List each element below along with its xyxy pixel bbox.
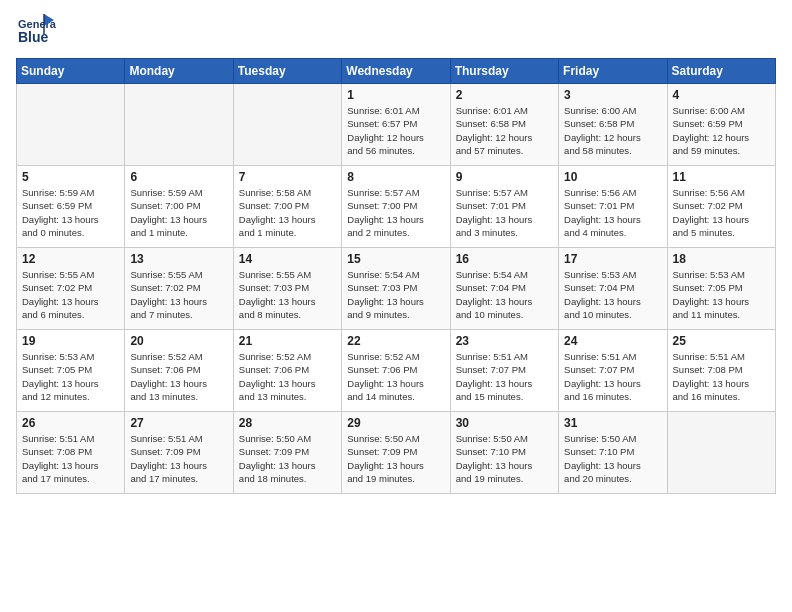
calendar-cell: 22Sunrise: 5:52 AM Sunset: 7:06 PM Dayli… [342, 330, 450, 412]
week-row-5: 26Sunrise: 5:51 AM Sunset: 7:08 PM Dayli… [17, 412, 776, 494]
calendar-cell: 17Sunrise: 5:53 AM Sunset: 7:04 PM Dayli… [559, 248, 667, 330]
header: General Blue [16, 12, 776, 48]
calendar-cell: 29Sunrise: 5:50 AM Sunset: 7:09 PM Dayli… [342, 412, 450, 494]
calendar-table: SundayMondayTuesdayWednesdayThursdayFrid… [16, 58, 776, 494]
day-number: 21 [239, 334, 336, 348]
calendar-cell: 15Sunrise: 5:54 AM Sunset: 7:03 PM Dayli… [342, 248, 450, 330]
day-number: 18 [673, 252, 770, 266]
day-info: Sunrise: 5:51 AM Sunset: 7:08 PM Dayligh… [22, 432, 119, 485]
day-number: 11 [673, 170, 770, 184]
day-number: 9 [456, 170, 553, 184]
day-info: Sunrise: 5:54 AM Sunset: 7:04 PM Dayligh… [456, 268, 553, 321]
day-number: 16 [456, 252, 553, 266]
day-number: 25 [673, 334, 770, 348]
weekday-header-saturday: Saturday [667, 59, 775, 84]
day-info: Sunrise: 6:00 AM Sunset: 6:59 PM Dayligh… [673, 104, 770, 157]
day-number: 3 [564, 88, 661, 102]
day-number: 6 [130, 170, 227, 184]
day-info: Sunrise: 5:51 AM Sunset: 7:08 PM Dayligh… [673, 350, 770, 403]
day-info: Sunrise: 5:56 AM Sunset: 7:02 PM Dayligh… [673, 186, 770, 239]
day-info: Sunrise: 6:01 AM Sunset: 6:57 PM Dayligh… [347, 104, 444, 157]
day-number: 7 [239, 170, 336, 184]
calendar-cell: 19Sunrise: 5:53 AM Sunset: 7:05 PM Dayli… [17, 330, 125, 412]
calendar-cell: 28Sunrise: 5:50 AM Sunset: 7:09 PM Dayli… [233, 412, 341, 494]
day-info: Sunrise: 6:00 AM Sunset: 6:58 PM Dayligh… [564, 104, 661, 157]
day-info: Sunrise: 5:57 AM Sunset: 7:01 PM Dayligh… [456, 186, 553, 239]
week-row-3: 12Sunrise: 5:55 AM Sunset: 7:02 PM Dayli… [17, 248, 776, 330]
day-number: 2 [456, 88, 553, 102]
calendar-cell: 2Sunrise: 6:01 AM Sunset: 6:58 PM Daylig… [450, 84, 558, 166]
day-number: 8 [347, 170, 444, 184]
day-info: Sunrise: 5:53 AM Sunset: 7:05 PM Dayligh… [22, 350, 119, 403]
day-number: 17 [564, 252, 661, 266]
day-info: Sunrise: 6:01 AM Sunset: 6:58 PM Dayligh… [456, 104, 553, 157]
logo-icon: General Blue [16, 12, 56, 48]
day-number: 12 [22, 252, 119, 266]
day-info: Sunrise: 5:54 AM Sunset: 7:03 PM Dayligh… [347, 268, 444, 321]
calendar-cell: 1Sunrise: 6:01 AM Sunset: 6:57 PM Daylig… [342, 84, 450, 166]
day-number: 15 [347, 252, 444, 266]
day-number: 31 [564, 416, 661, 430]
calendar-cell: 9Sunrise: 5:57 AM Sunset: 7:01 PM Daylig… [450, 166, 558, 248]
week-row-4: 19Sunrise: 5:53 AM Sunset: 7:05 PM Dayli… [17, 330, 776, 412]
day-info: Sunrise: 5:50 AM Sunset: 7:09 PM Dayligh… [239, 432, 336, 485]
calendar-cell: 11Sunrise: 5:56 AM Sunset: 7:02 PM Dayli… [667, 166, 775, 248]
day-number: 28 [239, 416, 336, 430]
day-info: Sunrise: 5:50 AM Sunset: 7:10 PM Dayligh… [564, 432, 661, 485]
day-info: Sunrise: 5:59 AM Sunset: 7:00 PM Dayligh… [130, 186, 227, 239]
calendar-cell: 23Sunrise: 5:51 AM Sunset: 7:07 PM Dayli… [450, 330, 558, 412]
calendar-cell [17, 84, 125, 166]
calendar-cell [233, 84, 341, 166]
day-number: 22 [347, 334, 444, 348]
day-info: Sunrise: 5:57 AM Sunset: 7:00 PM Dayligh… [347, 186, 444, 239]
day-number: 5 [22, 170, 119, 184]
day-number: 29 [347, 416, 444, 430]
day-info: Sunrise: 5:52 AM Sunset: 7:06 PM Dayligh… [239, 350, 336, 403]
day-number: 13 [130, 252, 227, 266]
day-info: Sunrise: 5:51 AM Sunset: 7:07 PM Dayligh… [564, 350, 661, 403]
calendar-cell: 14Sunrise: 5:55 AM Sunset: 7:03 PM Dayli… [233, 248, 341, 330]
weekday-header-row: SundayMondayTuesdayWednesdayThursdayFrid… [17, 59, 776, 84]
day-info: Sunrise: 5:51 AM Sunset: 7:07 PM Dayligh… [456, 350, 553, 403]
day-info: Sunrise: 5:55 AM Sunset: 7:02 PM Dayligh… [130, 268, 227, 321]
day-info: Sunrise: 5:52 AM Sunset: 7:06 PM Dayligh… [130, 350, 227, 403]
day-info: Sunrise: 5:56 AM Sunset: 7:01 PM Dayligh… [564, 186, 661, 239]
calendar-cell: 4Sunrise: 6:00 AM Sunset: 6:59 PM Daylig… [667, 84, 775, 166]
page-container: General Blue SundayMondayTuesdayWednesda… [0, 0, 792, 502]
calendar-cell: 25Sunrise: 5:51 AM Sunset: 7:08 PM Dayli… [667, 330, 775, 412]
calendar-cell: 7Sunrise: 5:58 AM Sunset: 7:00 PM Daylig… [233, 166, 341, 248]
day-number: 26 [22, 416, 119, 430]
day-number: 1 [347, 88, 444, 102]
calendar-cell: 6Sunrise: 5:59 AM Sunset: 7:00 PM Daylig… [125, 166, 233, 248]
day-info: Sunrise: 5:53 AM Sunset: 7:04 PM Dayligh… [564, 268, 661, 321]
day-number: 10 [564, 170, 661, 184]
calendar-cell: 31Sunrise: 5:50 AM Sunset: 7:10 PM Dayli… [559, 412, 667, 494]
calendar-cell: 3Sunrise: 6:00 AM Sunset: 6:58 PM Daylig… [559, 84, 667, 166]
day-number: 14 [239, 252, 336, 266]
calendar-cell: 18Sunrise: 5:53 AM Sunset: 7:05 PM Dayli… [667, 248, 775, 330]
calendar-cell: 5Sunrise: 5:59 AM Sunset: 6:59 PM Daylig… [17, 166, 125, 248]
day-number: 23 [456, 334, 553, 348]
calendar-cell: 24Sunrise: 5:51 AM Sunset: 7:07 PM Dayli… [559, 330, 667, 412]
day-info: Sunrise: 5:52 AM Sunset: 7:06 PM Dayligh… [347, 350, 444, 403]
day-number: 4 [673, 88, 770, 102]
day-number: 27 [130, 416, 227, 430]
day-number: 19 [22, 334, 119, 348]
day-info: Sunrise: 5:53 AM Sunset: 7:05 PM Dayligh… [673, 268, 770, 321]
week-row-2: 5Sunrise: 5:59 AM Sunset: 6:59 PM Daylig… [17, 166, 776, 248]
calendar-cell: 27Sunrise: 5:51 AM Sunset: 7:09 PM Dayli… [125, 412, 233, 494]
calendar-cell: 13Sunrise: 5:55 AM Sunset: 7:02 PM Dayli… [125, 248, 233, 330]
calendar-cell: 8Sunrise: 5:57 AM Sunset: 7:00 PM Daylig… [342, 166, 450, 248]
day-number: 30 [456, 416, 553, 430]
day-info: Sunrise: 5:55 AM Sunset: 7:03 PM Dayligh… [239, 268, 336, 321]
day-info: Sunrise: 5:50 AM Sunset: 7:09 PM Dayligh… [347, 432, 444, 485]
calendar-cell: 26Sunrise: 5:51 AM Sunset: 7:08 PM Dayli… [17, 412, 125, 494]
weekday-header-sunday: Sunday [17, 59, 125, 84]
day-number: 20 [130, 334, 227, 348]
day-number: 24 [564, 334, 661, 348]
calendar-cell: 10Sunrise: 5:56 AM Sunset: 7:01 PM Dayli… [559, 166, 667, 248]
calendar-cell: 12Sunrise: 5:55 AM Sunset: 7:02 PM Dayli… [17, 248, 125, 330]
day-info: Sunrise: 5:58 AM Sunset: 7:00 PM Dayligh… [239, 186, 336, 239]
weekday-header-friday: Friday [559, 59, 667, 84]
day-info: Sunrise: 5:51 AM Sunset: 7:09 PM Dayligh… [130, 432, 227, 485]
